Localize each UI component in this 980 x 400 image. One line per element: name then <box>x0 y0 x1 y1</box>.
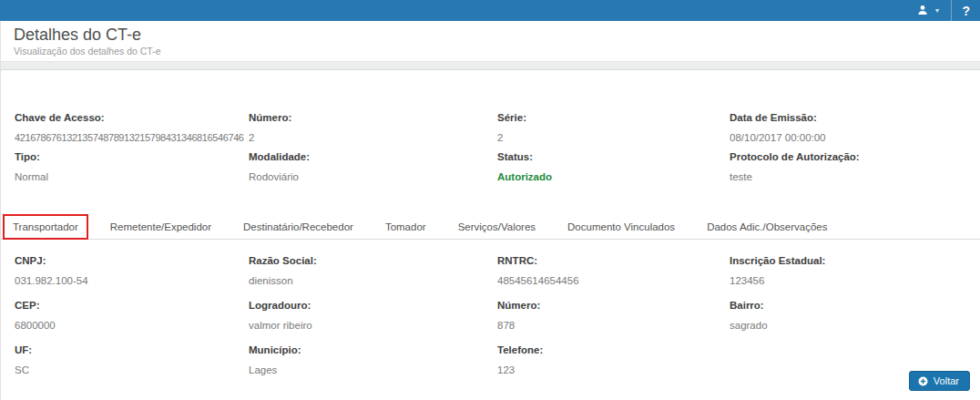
voltar-button[interactable]: Voltar <box>909 371 970 391</box>
field-value: 6800000 <box>15 320 240 331</box>
field-inscricao-estadual: Inscrição Estadual: 123456 <box>730 255 980 286</box>
field-value: 2 <box>497 132 720 143</box>
field-value: Normal <box>15 171 240 182</box>
field-value: 4216786761321357487891321579843134681654… <box>15 132 240 143</box>
field-label: Status: <box>497 151 720 162</box>
tab-documento-vinculados[interactable]: Documento Vinculados <box>558 215 684 239</box>
field-serie: Série: 2 <box>497 112 730 143</box>
field-label: Bairro: <box>730 300 971 311</box>
field-label: Município: <box>249 344 488 355</box>
field-razao-social: Razão Social: dienisson <box>249 255 497 286</box>
field-value: sagrado <box>730 320 971 331</box>
cte-details-page: ▼ ? Detalhes do CT-e Visualização dos de… <box>0 0 980 400</box>
field-label: Data de Emissão: <box>730 112 971 123</box>
field-value: Rodoviário <box>249 171 488 182</box>
content-panel: Chave de Acesso: 42167867613213574878913… <box>0 69 980 400</box>
field-numero-endereco: Número: 878 <box>497 300 730 331</box>
field-value: Lages <box>249 364 488 375</box>
field-label: Protocolo de Autorização: <box>730 151 971 162</box>
field-protocolo-de-autorizacao: Protocolo de Autorização: teste <box>730 151 980 182</box>
top-navbar: ▼ ? <box>0 0 980 21</box>
field-uf: UF: SC <box>15 344 249 375</box>
chevron-down-icon: ▼ <box>934 7 941 14</box>
field-label: CNPJ: <box>15 255 240 266</box>
field-value: 48545614654456 <box>497 275 720 286</box>
user-icon <box>917 3 928 19</box>
tab-servicos-valores[interactable]: Serviços/Valores <box>449 215 545 239</box>
field-value: valmor ribeiro <box>249 320 488 331</box>
field-label: UF: <box>15 344 240 355</box>
tab-transportador[interactable]: Transportador <box>4 215 87 239</box>
field-label: Telefone: <box>497 344 720 355</box>
summary-fields: Chave de Acesso: 42167867613213574878913… <box>1 70 980 190</box>
user-menu[interactable]: ▼ <box>906 0 952 21</box>
field-chave-de-acesso: Chave de Acesso: 42167867613213574878913… <box>15 112 249 143</box>
field-status: Status: Autorizado <box>497 151 730 182</box>
panel-gap <box>0 62 980 69</box>
field-bairro: Bairro: sagrado <box>730 300 980 331</box>
field-value: dienisson <box>249 275 488 286</box>
field-tipo: Tipo: Normal <box>15 151 249 182</box>
page-subtitle: Visualização dos detalhes do CT-e <box>14 46 980 56</box>
field-cep: CEP: 6800000 <box>15 300 249 331</box>
page-title: Detalhes do CT-e <box>14 26 980 44</box>
tab-destinatario-recebedor[interactable]: Destinatário/Recebedor <box>234 215 362 239</box>
field-label: CEP: <box>15 300 240 311</box>
field-value: 123 <box>497 364 720 375</box>
voltar-button-label: Voltar <box>934 375 959 386</box>
field-label: Razão Social: <box>249 255 488 266</box>
field-label: Número: <box>249 112 488 123</box>
field-telefone: Telefone: 123 <box>497 344 730 375</box>
tab-bar: Transportador Remetente/Expedidor Destin… <box>1 215 980 240</box>
field-value: 031.982.100-54 <box>15 275 240 286</box>
page-header: Detalhes do CT-e Visualização dos detalh… <box>0 21 980 62</box>
field-value: SC <box>15 364 240 375</box>
status-badge: Autorizado <box>497 171 720 182</box>
tab-tomador[interactable]: Tomador <box>376 215 435 239</box>
transportador-fields: CNPJ: 031.982.100-54 Razão Social: dieni… <box>1 240 980 389</box>
field-label: Série: <box>497 112 720 123</box>
field-value: 2 <box>249 132 488 143</box>
tab-dados-adic-observacoes[interactable]: Dados Adic./Observações <box>698 215 836 239</box>
field-numero: Número: 2 <box>249 112 497 143</box>
field-rntrc: RNTRC: 48545614654456 <box>497 255 730 286</box>
field-label: RNTRC: <box>497 255 720 266</box>
field-label: Modalidade: <box>249 151 488 162</box>
field-value: 123456 <box>730 275 971 286</box>
field-label: Inscrição Estadual: <box>730 255 971 266</box>
field-value: 878 <box>497 320 720 331</box>
field-modalidade: Modalidade: Rodoviário <box>249 151 497 182</box>
field-label: Chave de Acesso: <box>15 112 240 123</box>
field-value: teste <box>730 171 971 182</box>
field-label: Logradouro: <box>249 300 488 311</box>
field-logradouro: Logradouro: valmor ribeiro <box>249 300 497 331</box>
field-label: Tipo: <box>15 151 240 162</box>
field-cnpj: CNPJ: 031.982.100-54 <box>15 255 249 286</box>
field-data-de-emissao: Data de Emissão: 08/10/2017 00:00:00 <box>730 112 980 143</box>
tab-remetente-expedidor[interactable]: Remetente/Expedidor <box>101 215 220 239</box>
field-municipio: Município: Lages <box>249 344 497 375</box>
field-label: Número: <box>497 300 720 311</box>
help-button[interactable]: ? <box>952 0 980 21</box>
plus-circle-icon <box>918 376 928 386</box>
field-value: 08/10/2017 00:00:00 <box>730 132 971 143</box>
